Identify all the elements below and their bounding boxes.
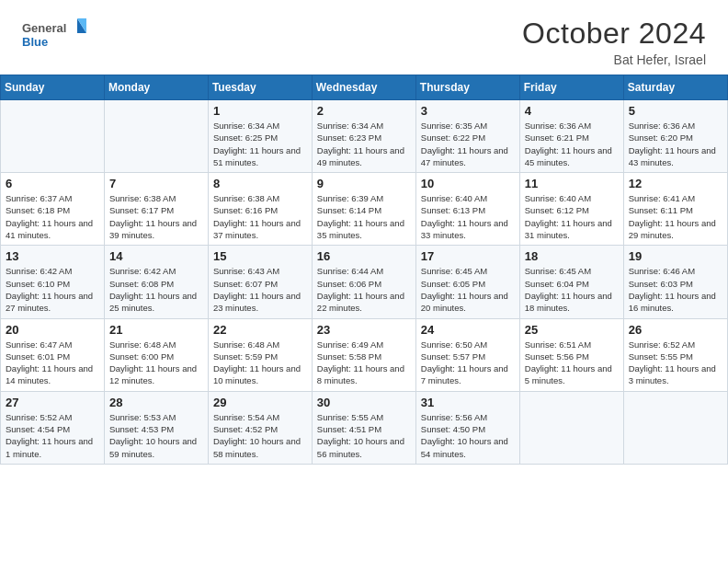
- day-info: Sunrise: 6:48 AM Sunset: 5:59 PM Dayligh…: [213, 339, 307, 387]
- day-number: 15: [213, 249, 307, 263]
- day-info: Sunrise: 6:50 AM Sunset: 5:57 PM Dayligh…: [421, 339, 515, 387]
- day-number: 9: [317, 177, 411, 190]
- day-number: 3: [421, 104, 515, 118]
- calendar-cell: 31Sunrise: 5:56 AM Sunset: 4:50 PM Dayli…: [415, 391, 519, 464]
- calendar-cell: 29Sunrise: 5:54 AM Sunset: 4:52 PM Dayli…: [208, 391, 312, 464]
- calendar-cell: 15Sunrise: 6:43 AM Sunset: 6:07 PM Dayli…: [208, 246, 312, 318]
- calendar-cell: 3Sunrise: 6:35 AM Sunset: 6:22 PM Daylig…: [415, 100, 519, 173]
- day-info: Sunrise: 6:42 AM Sunset: 6:10 PM Dayligh…: [6, 265, 99, 314]
- calendar-cell: 16Sunrise: 6:44 AM Sunset: 6:06 PM Dayli…: [312, 246, 415, 318]
- day-number: 25: [525, 323, 619, 337]
- day-info: Sunrise: 5:53 AM Sunset: 4:53 PM Dayligh…: [109, 411, 203, 460]
- day-info: Sunrise: 6:40 AM Sunset: 6:13 PM Dayligh…: [421, 192, 515, 241]
- calendar-cell: 23Sunrise: 6:49 AM Sunset: 5:58 PM Dayli…: [312, 318, 415, 391]
- day-info: Sunrise: 6:36 AM Sunset: 6:20 PM Dayligh…: [629, 120, 722, 168]
- day-info: Sunrise: 6:44 AM Sunset: 6:06 PM Dayligh…: [317, 265, 411, 314]
- day-info: Sunrise: 6:41 AM Sunset: 6:11 PM Dayligh…: [629, 192, 722, 241]
- day-number: 5: [629, 104, 722, 118]
- day-number: 24: [421, 323, 515, 337]
- calendar-cell: 10Sunrise: 6:40 AM Sunset: 6:13 PM Dayli…: [415, 173, 519, 246]
- col-sunday: Sunday: [1, 75, 105, 100]
- calendar-cell: 1Sunrise: 6:34 AM Sunset: 6:25 PM Daylig…: [208, 100, 312, 173]
- calendar-cell: [623, 391, 727, 464]
- day-number: 23: [317, 323, 411, 337]
- day-info: Sunrise: 6:38 AM Sunset: 6:17 PM Dayligh…: [109, 192, 203, 241]
- calendar-cell: 24Sunrise: 6:50 AM Sunset: 5:57 PM Dayli…: [415, 318, 519, 391]
- day-number: 11: [525, 177, 619, 190]
- calendar-cell: 2Sunrise: 6:34 AM Sunset: 6:23 PM Daylig…: [312, 100, 415, 173]
- day-number: 19: [629, 249, 722, 263]
- calendar-cell: 21Sunrise: 6:48 AM Sunset: 6:00 PM Dayli…: [104, 318, 208, 391]
- day-info: Sunrise: 6:45 AM Sunset: 6:05 PM Dayligh…: [421, 265, 515, 314]
- header: General Blue October 2024 Bat Hefer, Isr…: [0, 0, 728, 75]
- day-info: Sunrise: 6:37 AM Sunset: 6:18 PM Dayligh…: [6, 192, 99, 241]
- day-number: 28: [109, 396, 203, 409]
- svg-text:General: General: [22, 21, 66, 35]
- day-number: 31: [421, 396, 515, 409]
- calendar-week-row: 6Sunrise: 6:37 AM Sunset: 6:18 PM Daylig…: [1, 173, 728, 246]
- calendar: Sunday Monday Tuesday Wednesday Thursday…: [0, 75, 728, 465]
- day-info: Sunrise: 6:45 AM Sunset: 6:04 PM Dayligh…: [525, 265, 619, 314]
- day-number: 4: [525, 104, 619, 118]
- day-number: 26: [629, 323, 722, 337]
- day-info: Sunrise: 5:56 AM Sunset: 4:50 PM Dayligh…: [421, 411, 515, 460]
- col-wednesday: Wednesday: [312, 75, 415, 100]
- day-number: 27: [6, 396, 99, 409]
- title-block: October 2024 Bat Hefer, Israel: [522, 17, 706, 67]
- calendar-cell: 17Sunrise: 6:45 AM Sunset: 6:05 PM Dayli…: [415, 246, 519, 318]
- day-info: Sunrise: 6:34 AM Sunset: 6:25 PM Dayligh…: [213, 120, 307, 168]
- col-monday: Monday: [104, 75, 208, 100]
- col-tuesday: Tuesday: [208, 75, 312, 100]
- day-number: 21: [109, 323, 203, 337]
- day-number: 29: [213, 396, 307, 409]
- day-number: 18: [525, 249, 619, 263]
- day-number: 16: [317, 249, 411, 263]
- calendar-cell: [104, 100, 208, 173]
- calendar-cell: 11Sunrise: 6:40 AM Sunset: 6:12 PM Dayli…: [519, 173, 623, 246]
- day-info: Sunrise: 6:35 AM Sunset: 6:22 PM Dayligh…: [421, 120, 515, 168]
- day-info: Sunrise: 6:34 AM Sunset: 6:23 PM Dayligh…: [317, 120, 411, 168]
- calendar-cell: 13Sunrise: 6:42 AM Sunset: 6:10 PM Dayli…: [1, 246, 105, 318]
- calendar-cell: 22Sunrise: 6:48 AM Sunset: 5:59 PM Dayli…: [208, 318, 312, 391]
- month-title: October 2024: [522, 17, 706, 51]
- page: General Blue October 2024 Bat Hefer, Isr…: [0, 0, 728, 563]
- day-number: 10: [421, 177, 515, 190]
- calendar-cell: 18Sunrise: 6:45 AM Sunset: 6:04 PM Dayli…: [519, 246, 623, 318]
- calendar-cell: 27Sunrise: 5:52 AM Sunset: 4:54 PM Dayli…: [1, 391, 105, 464]
- calendar-cell: 4Sunrise: 6:36 AM Sunset: 6:21 PM Daylig…: [519, 100, 623, 173]
- calendar-cell: [519, 391, 623, 464]
- svg-text:Blue: Blue: [22, 35, 48, 49]
- day-info: Sunrise: 6:49 AM Sunset: 5:58 PM Dayligh…: [317, 339, 411, 387]
- calendar-cell: 20Sunrise: 6:47 AM Sunset: 6:01 PM Dayli…: [1, 318, 105, 391]
- day-number: 1: [213, 104, 307, 118]
- calendar-cell: 6Sunrise: 6:37 AM Sunset: 6:18 PM Daylig…: [1, 173, 105, 246]
- day-info: Sunrise: 6:42 AM Sunset: 6:08 PM Dayligh…: [109, 265, 203, 314]
- calendar-cell: 9Sunrise: 6:39 AM Sunset: 6:14 PM Daylig…: [312, 173, 415, 246]
- day-info: Sunrise: 6:43 AM Sunset: 6:07 PM Dayligh…: [213, 265, 307, 314]
- day-info: Sunrise: 6:51 AM Sunset: 5:56 PM Dayligh…: [525, 339, 619, 387]
- calendar-week-row: 1Sunrise: 6:34 AM Sunset: 6:25 PM Daylig…: [1, 100, 728, 173]
- day-number: 8: [213, 177, 307, 190]
- calendar-cell: 12Sunrise: 6:41 AM Sunset: 6:11 PM Dayli…: [623, 173, 727, 246]
- logo-svg: General Blue: [22, 17, 86, 55]
- day-info: Sunrise: 5:54 AM Sunset: 4:52 PM Dayligh…: [213, 411, 307, 460]
- day-info: Sunrise: 6:47 AM Sunset: 6:01 PM Dayligh…: [6, 339, 99, 387]
- day-number: 13: [6, 249, 99, 263]
- calendar-cell: 19Sunrise: 6:46 AM Sunset: 6:03 PM Dayli…: [623, 246, 727, 318]
- day-info: Sunrise: 6:52 AM Sunset: 5:55 PM Dayligh…: [629, 339, 722, 387]
- day-info: Sunrise: 5:55 AM Sunset: 4:51 PM Dayligh…: [317, 411, 411, 460]
- day-number: 12: [629, 177, 722, 190]
- day-info: Sunrise: 6:39 AM Sunset: 6:14 PM Dayligh…: [317, 192, 411, 241]
- calendar-week-row: 13Sunrise: 6:42 AM Sunset: 6:10 PM Dayli…: [1, 246, 728, 318]
- day-number: 14: [109, 249, 203, 263]
- day-info: Sunrise: 6:46 AM Sunset: 6:03 PM Dayligh…: [629, 265, 722, 314]
- day-info: Sunrise: 5:52 AM Sunset: 4:54 PM Dayligh…: [6, 411, 99, 460]
- calendar-week-row: 20Sunrise: 6:47 AM Sunset: 6:01 PM Dayli…: [1, 318, 728, 391]
- day-number: 30: [317, 396, 411, 409]
- location: Bat Hefer, Israel: [522, 52, 706, 67]
- day-number: 2: [317, 104, 411, 118]
- logo: General Blue: [22, 17, 86, 55]
- calendar-cell: 5Sunrise: 6:36 AM Sunset: 6:20 PM Daylig…: [623, 100, 727, 173]
- day-number: 7: [109, 177, 203, 190]
- calendar-cell: 26Sunrise: 6:52 AM Sunset: 5:55 PM Dayli…: [623, 318, 727, 391]
